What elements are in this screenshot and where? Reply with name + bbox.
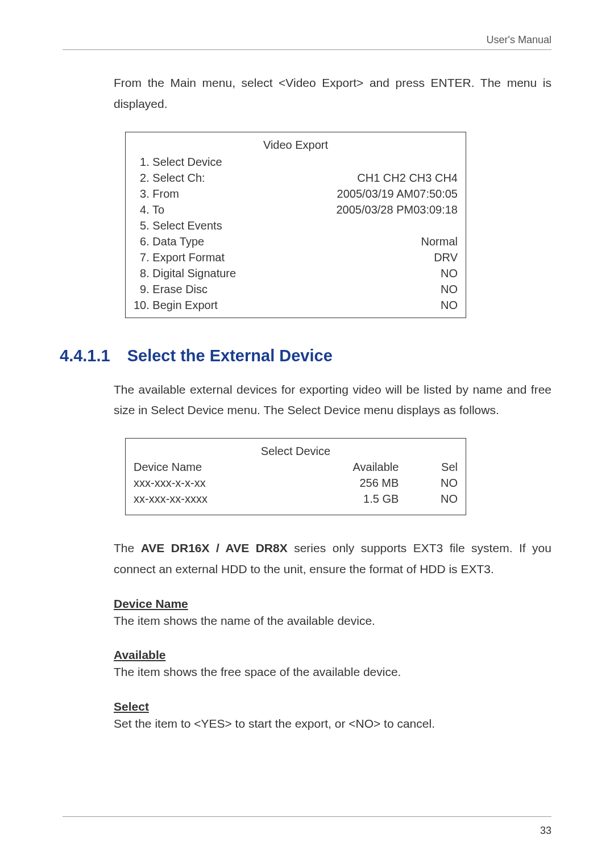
subsection-text: The item shows the name of the available… xyxy=(114,611,551,632)
menu-row: 10. Begin ExportNO xyxy=(134,297,458,313)
menu-row: 9. Erase DiscNO xyxy=(134,281,458,297)
header-label: User's Manual xyxy=(63,34,551,46)
subsection-text: Set the item to <YES> to start the expor… xyxy=(114,713,551,735)
menu-row-value: Normal xyxy=(421,233,458,249)
menu-row: 5. Select Events xyxy=(134,218,458,233)
menu-row-label: 5. Select Events xyxy=(134,218,222,233)
device-cell-sel: NO xyxy=(399,475,458,491)
menu-row: 3. From2005/03/19 AM07:50:05 xyxy=(134,186,458,202)
menu-row-label: 8. Digital Signature xyxy=(134,265,236,281)
menu-row-value: CH1 CH2 CH3 CH4 xyxy=(357,170,458,186)
menu-row-value: 2005/03/28 PM03:09:18 xyxy=(336,202,458,218)
menu-row-value: NO xyxy=(441,265,458,281)
video-export-menu-box: Video Export 1. Select Device 2. Select … xyxy=(125,132,466,318)
device-cell-available: 1.5 GB xyxy=(310,491,399,507)
device-cell-available: 256 MB xyxy=(310,475,399,491)
subsection-text: The item shows the free space of the ava… xyxy=(114,662,551,683)
subsection-heading: Select xyxy=(114,700,551,713)
device-header-available: Available xyxy=(310,459,399,475)
menu-row-value: DRV xyxy=(434,249,458,265)
menu-row: 2. Select Ch:CH1 CH2 CH3 CH4 xyxy=(134,170,458,186)
menu-row-label: 6. Data Type xyxy=(134,233,204,249)
menu-row-label: 7. Export Format xyxy=(134,249,225,265)
page-number: 33 xyxy=(540,825,551,837)
menu-row-value: NO xyxy=(441,297,458,313)
menu-row-label: 1. Select Device xyxy=(134,154,222,170)
device-row: xxx-xxx-x-x-xx256 MBNO xyxy=(134,475,458,491)
footer-divider xyxy=(63,816,551,817)
device-row: xx-xxx-xx-xxxx1.5 GBNO xyxy=(134,491,458,507)
menu-row-label: 4. To xyxy=(134,202,164,218)
section-number: 4.4.1.1 xyxy=(60,347,110,365)
intro-paragraph: From the Main menu, select <Video Export… xyxy=(114,73,551,115)
menu-row: 7. Export FormatDRV xyxy=(134,249,458,265)
section-intro-paragraph: The available external devices for expor… xyxy=(114,379,551,422)
select-device-menu-box: Select Device Device Name Available Sel … xyxy=(125,438,466,515)
device-cell-name: xxx-xxx-x-x-xx xyxy=(134,475,310,491)
subsection-heading: Available xyxy=(114,648,551,662)
menu-row-label: 2. Select Ch: xyxy=(134,170,205,186)
ext3-note: The AVE DR16X / AVE DR8X series only sup… xyxy=(114,538,551,580)
subsection-heading: Device Name xyxy=(114,597,551,611)
header-divider xyxy=(63,49,551,50)
menu-row: 4. To2005/03/28 PM03:09:18 xyxy=(134,202,458,218)
menu-row: 1. Select Device xyxy=(134,154,458,170)
select-device-title: Select Device xyxy=(134,443,458,459)
menu-row-label: 10. Begin Export xyxy=(134,297,218,313)
device-header-sel: Sel xyxy=(399,459,458,475)
device-cell-sel: NO xyxy=(399,491,458,507)
ext3-bold: AVE DR16X / AVE DR8X xyxy=(141,541,288,554)
menu-row-label: 3. From xyxy=(134,186,179,202)
video-export-title: Video Export xyxy=(134,137,458,154)
device-header-row: Device Name Available Sel xyxy=(134,459,458,475)
menu-row-value: NO xyxy=(441,281,458,297)
device-cell-name: xx-xxx-xx-xxxx xyxy=(134,491,310,507)
section-heading: 4.4.1.1 Select the External Device xyxy=(63,347,551,365)
section-title: Select the External Device xyxy=(127,347,333,365)
menu-row-value: 2005/03/19 AM07:50:05 xyxy=(337,186,458,202)
device-header-name: Device Name xyxy=(134,459,310,475)
ext3-prefix: The xyxy=(114,541,141,554)
menu-row: 6. Data TypeNormal xyxy=(134,233,458,249)
menu-row-label: 9. Erase Disc xyxy=(134,281,208,297)
menu-row: 8. Digital SignatureNO xyxy=(134,265,458,281)
